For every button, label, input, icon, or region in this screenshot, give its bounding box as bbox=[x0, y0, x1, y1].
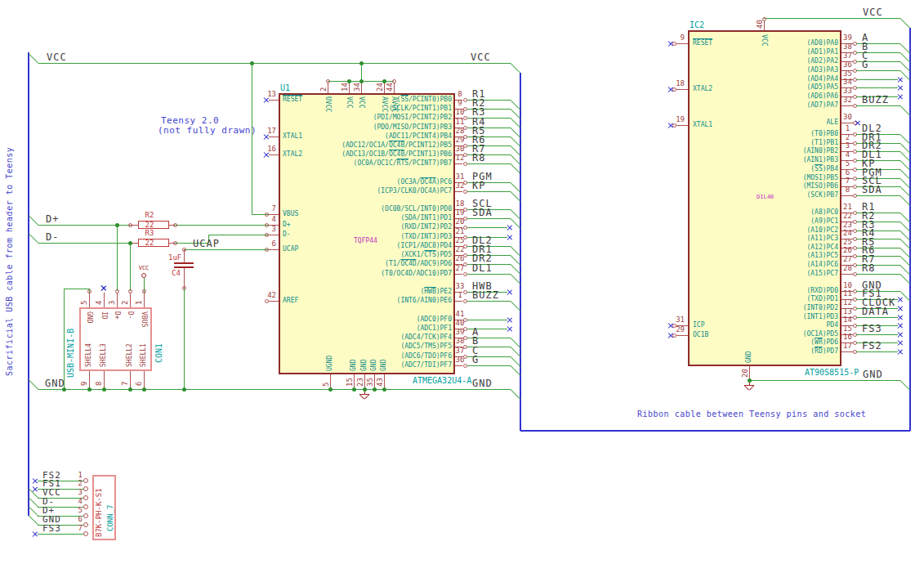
pin-name: (T0/OC4D/ADC10)PD7 bbox=[320, 271, 452, 277]
pin-number: 22 bbox=[454, 246, 466, 253]
bus-entry bbox=[29, 53, 39, 64]
pin-name: GND bbox=[381, 360, 387, 371]
pin-name: (INT6/AIN0)PE6 bbox=[320, 298, 452, 304]
bus-entry bbox=[29, 233, 39, 244]
pin-number: 40 bbox=[757, 20, 764, 29]
pin-name: (A9)PC1 bbox=[719, 218, 838, 225]
net-label-fs3: FS3 bbox=[862, 324, 882, 333]
pin-number: 28 bbox=[841, 265, 854, 272]
pin-name: (OC1A)PD5 bbox=[719, 331, 838, 338]
pin bbox=[676, 335, 688, 336]
pin-end-circle bbox=[463, 272, 467, 276]
pin-name: (ICP3/CLK0/OC4A)PC7 bbox=[320, 188, 452, 195]
pin-name: GND bbox=[350, 360, 357, 371]
pin-number: 5 bbox=[841, 160, 854, 168]
pin-number: 6 bbox=[841, 169, 854, 177]
pin-end-circle bbox=[182, 286, 186, 290]
pin-name: AVCC bbox=[381, 96, 387, 112]
pin-number: 32 bbox=[841, 96, 854, 104]
pin-name: XTAL2 bbox=[693, 86, 712, 92]
pin bbox=[841, 123, 853, 123]
net-label-buzz: BUZZ bbox=[862, 95, 889, 105]
pin-name: (A13)PC5 bbox=[719, 253, 838, 259]
pin-name: UCAP bbox=[283, 246, 298, 253]
note-teensy-subtitle: (not fully drawn) bbox=[158, 126, 257, 135]
pin-name: (A8)PC0 bbox=[719, 209, 838, 216]
pin-number: 31 bbox=[454, 173, 466, 181]
net-label-r8: R8 bbox=[472, 153, 485, 163]
pin-name: VBUS bbox=[283, 211, 298, 217]
pin-name: (OC3A/OC4A)PC6 bbox=[320, 179, 452, 186]
pin-number: 4 bbox=[72, 498, 83, 505]
bus-line bbox=[28, 52, 29, 516]
pin bbox=[269, 249, 279, 250]
pin-number: 7 bbox=[261, 205, 276, 213]
pin-name: UGND bbox=[327, 356, 333, 371]
pin-number: 9 bbox=[81, 382, 88, 386]
c4-refdes: C4 bbox=[172, 270, 181, 277]
pin-number: 13 bbox=[841, 308, 854, 316]
pin-number: 5 bbox=[72, 507, 83, 514]
net-label-fs2: FS2 bbox=[862, 341, 882, 351]
pin-number: 25 bbox=[841, 239, 854, 246]
con1-refdes: CON1 bbox=[155, 343, 163, 363]
vcc-symbol-icon: VCC bbox=[134, 266, 154, 271]
pin-number: 37 bbox=[454, 347, 466, 355]
pin bbox=[89, 371, 90, 389]
schematic-canvas: Teensy 2.0 (not fully drawn) Ribbon cabl… bbox=[0, 0, 924, 564]
pin bbox=[455, 301, 462, 302]
pin-number: 24 bbox=[377, 83, 384, 92]
wire bbox=[64, 289, 65, 389]
pin-number: 35 bbox=[841, 70, 854, 78]
net-label-d-: D+ bbox=[46, 214, 59, 224]
pin-number: 28 bbox=[454, 128, 466, 135]
pin bbox=[676, 89, 688, 90]
wire bbox=[252, 63, 252, 214]
net-label-vcc: VCC bbox=[471, 52, 491, 62]
pin-number: 7 bbox=[72, 525, 83, 532]
pin-name: VCC bbox=[761, 34, 767, 46]
pin-number: 7 bbox=[841, 177, 854, 185]
pin-name: (AIN0)PB2 bbox=[719, 148, 838, 154]
note-ribbon-cable: Ribbon cable between Teensy pins and soc… bbox=[637, 410, 866, 419]
pin-end-circle bbox=[173, 223, 177, 227]
pin-number: 4 bbox=[261, 216, 276, 223]
pin-number: 33 bbox=[454, 283, 466, 290]
junction-dot bbox=[142, 387, 146, 392]
r3-value: 22 bbox=[130, 239, 169, 247]
wire bbox=[467, 163, 511, 164]
wire bbox=[856, 195, 900, 196]
pin-number: 9 bbox=[454, 100, 466, 107]
pin-number: 34 bbox=[841, 78, 854, 86]
pin-name: (ADC12/OC1A/OC4B/PCINT12)PB5 bbox=[320, 142, 452, 149]
net-label-d-: D- bbox=[46, 232, 59, 242]
net-label-sda: SDA bbox=[472, 208, 493, 217]
pin-end-circle bbox=[463, 364, 467, 368]
pin-number: 2 bbox=[841, 134, 854, 141]
pin-number: 14 bbox=[341, 83, 349, 92]
pin-number: 24 bbox=[841, 230, 854, 237]
pin bbox=[130, 293, 131, 307]
pin-number: 15 bbox=[841, 325, 854, 333]
pin-number: 8 bbox=[96, 382, 103, 386]
pin-name: (AD6)PA6 bbox=[719, 93, 838, 100]
pin-end-circle bbox=[141, 273, 146, 278]
pin-end-circle bbox=[463, 190, 467, 194]
pin-name: XTAL2 bbox=[283, 151, 302, 158]
junction-dot bbox=[347, 79, 351, 83]
net-label-gnd: GND bbox=[45, 378, 65, 388]
pin-number: 23 bbox=[357, 378, 364, 387]
pin-number: 38 bbox=[454, 338, 466, 345]
pin-name: (RXD/INT2)PD2 bbox=[320, 224, 452, 231]
pin-number: 25 bbox=[454, 237, 466, 244]
wire bbox=[856, 317, 898, 318]
pin-name: (INT0)PD2 bbox=[719, 305, 838, 311]
junction-dot bbox=[102, 387, 106, 392]
pin-end-circle bbox=[142, 289, 146, 293]
pin-name: (RXD)PD0 bbox=[719, 288, 838, 294]
junction-dot bbox=[359, 79, 364, 83]
pin-number: 8 bbox=[454, 91, 466, 98]
pin-name: (HWB)PE2 bbox=[320, 289, 452, 295]
pin-number: 17 bbox=[841, 342, 854, 350]
pin-number: 4 bbox=[841, 151, 854, 159]
